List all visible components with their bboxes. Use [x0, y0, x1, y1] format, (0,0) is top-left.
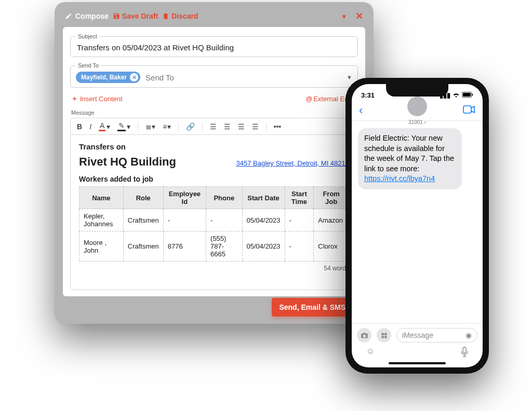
td: Kepler, Johannes: [79, 209, 124, 231]
message-text: Field Electric: Your new schedule is ava…: [364, 134, 454, 173]
recipient-chip[interactable]: Mayfield, Baker ✕: [76, 72, 140, 83]
doc-address-link[interactable]: 3457 Bagley Street, Detroit, MI 48216: [236, 159, 349, 167]
phone-bottom-bar: ☺: [352, 346, 483, 360]
td: Moore , John: [79, 231, 124, 262]
emoji-button[interactable]: ☺: [366, 347, 375, 359]
dictation-icon[interactable]: ◉: [466, 331, 472, 339]
highlight-button[interactable]: ✎▾: [117, 121, 130, 131]
send-to-fieldset: Send To Mayfield, Baker ✕ ▼: [70, 62, 358, 88]
phone-notch: [386, 84, 448, 97]
bold-button[interactable]: B: [77, 122, 82, 131]
link-button[interactable]: 🔗: [186, 122, 195, 131]
insert-content-label: Insert Content: [80, 95, 123, 103]
message-label: Message: [71, 109, 358, 116]
message-bubble: Field Electric: Your new schedule is ava…: [358, 128, 462, 189]
doc-workers-heading: Workers added to job: [79, 175, 349, 183]
conversation: Field Electric: Your new schedule is ava…: [352, 121, 483, 323]
pencil-icon: [65, 12, 72, 20]
discard-label: Discard: [171, 12, 198, 20]
compose-title-text: Compose: [75, 12, 109, 20]
td: -: [285, 231, 314, 262]
align-center-button[interactable]: ☰: [224, 122, 231, 131]
td: -: [206, 209, 242, 231]
rte-toolbar: B I A▾ ✎▾ ≣▾ ≡▾ 🔗 ☰ ☰ ☰ ☰ •••: [70, 118, 358, 134]
message-input-placeholder: iMessage: [402, 331, 433, 339]
recipient-chip-label: Mayfield, Baker: [81, 74, 127, 81]
align-right-button[interactable]: ☰: [238, 122, 245, 131]
message-input[interactable]: iMessage ◉: [396, 328, 477, 342]
th-role: Role: [123, 187, 163, 209]
numbered-list-button[interactable]: ≡▾: [163, 122, 170, 131]
send-to-legend: Send To: [76, 62, 101, 68]
subject-fieldset: Subject: [70, 33, 358, 57]
th-name: Name: [79, 187, 124, 209]
send-to-input[interactable]: [144, 73, 342, 83]
th-phone: Phone: [206, 187, 242, 209]
close-icon[interactable]: ✕: [355, 10, 363, 22]
align-justify-button[interactable]: ☰: [252, 122, 259, 131]
compose-title: Compose: [65, 12, 109, 20]
th-empid: Employee Id: [163, 187, 206, 209]
rte-body[interactable]: Transfers on Rivet HQ Building 3457 Bagl…: [70, 134, 358, 290]
discard-button[interactable]: Discard: [162, 12, 198, 20]
th-startdate: Start Date: [242, 187, 285, 209]
subject-input[interactable]: [76, 43, 352, 52]
td: (555) 787-6665: [206, 231, 242, 262]
bullet-list-button[interactable]: ≣▾: [145, 122, 155, 131]
compose-card: Subject Send To Mayfield, Baker ✕ ▼ ＋ In…: [63, 27, 365, 296]
apps-button[interactable]: [377, 328, 391, 342]
td: -: [285, 209, 314, 231]
compose-topbar: Compose Save Draft Discard ▾ ✕: [63, 10, 365, 27]
th-starttime: Start Time: [285, 187, 314, 209]
td: 05/04/2023: [242, 209, 285, 231]
table-row: Kepler, Johannes Craftsmen - - 05/04/202…: [79, 209, 349, 231]
chip-remove-icon[interactable]: ✕: [130, 73, 138, 81]
save-draft-label: Save Draft: [122, 12, 158, 20]
italic-button[interactable]: I: [89, 122, 91, 131]
word-count: 54 words: [79, 262, 349, 272]
td: Craftsmen: [123, 209, 163, 231]
compose-window: Compose Save Draft Discard ▾ ✕ Subject S…: [55, 2, 374, 324]
workers-table: Name Role Employee Id Phone Start Date S…: [79, 186, 349, 262]
chevron-down-icon[interactable]: ▼: [347, 74, 352, 80]
collapse-icon[interactable]: ▾: [342, 12, 346, 20]
send-button-label: Send, Email & SMS: [279, 303, 345, 311]
doc-building-title: Rivet HQ Building: [79, 155, 176, 169]
svg-rect-1: [463, 93, 471, 97]
doc-transfers-on: Transfers on: [79, 142, 349, 151]
avatar[interactable]: [407, 97, 427, 116]
trash-icon: [162, 12, 169, 20]
mic-button[interactable]: [461, 347, 468, 359]
phone-screen: 3:31 ▮▮▮ ‹ 31001 › Field: [352, 84, 483, 367]
td: Clorox: [314, 231, 349, 262]
message-input-area: iMessage ◉: [352, 323, 483, 346]
svg-rect-2: [472, 93, 473, 95]
svg-rect-4: [463, 347, 466, 353]
save-icon: [113, 12, 120, 20]
camera-button[interactable]: [357, 328, 371, 342]
td: Craftsmen: [123, 231, 163, 262]
table-row: Moore , John Craftsmen 8776 (555) 787-66…: [79, 231, 349, 262]
td: -: [163, 209, 206, 231]
td: 05/04/2023: [242, 231, 285, 262]
home-indicator[interactable]: [389, 362, 446, 364]
font-color-button[interactable]: A▾: [99, 121, 110, 131]
save-draft-button[interactable]: Save Draft: [113, 12, 158, 20]
insert-content-button[interactable]: ＋ Insert Content: [71, 94, 123, 103]
sender-number: 31001: [408, 119, 423, 125]
message-link[interactable]: https://rivt.cc/lbya7n4: [364, 174, 435, 183]
more-button[interactable]: •••: [274, 122, 282, 131]
td: Amazon: [314, 209, 349, 231]
phone-mockup: 3:31 ▮▮▮ ‹ 31001 › Field: [345, 78, 489, 374]
align-left-button[interactable]: ☰: [210, 122, 217, 131]
th-fromjob: From Job: [314, 187, 349, 209]
td: 8776: [163, 231, 206, 262]
messages-header: ‹ 31001 ›: [352, 102, 483, 121]
subject-legend: Subject: [76, 33, 99, 39]
